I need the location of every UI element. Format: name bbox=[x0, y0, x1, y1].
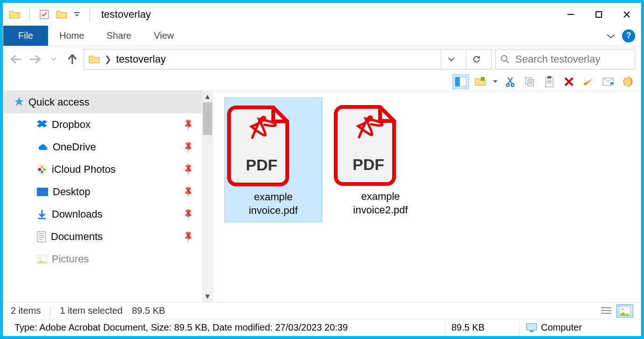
svg-point-8 bbox=[506, 84, 509, 86]
sidebar-label: Quick access bbox=[28, 96, 90, 108]
shell-button[interactable] bbox=[619, 74, 636, 89]
svg-rect-28 bbox=[37, 188, 48, 196]
title-bar: testoverlay bbox=[3, 3, 641, 26]
icloud-photos-icon bbox=[37, 164, 47, 175]
pictures-icon bbox=[37, 255, 47, 263]
address-dropdown-icon[interactable] bbox=[441, 49, 461, 69]
back-button[interactable] bbox=[9, 52, 24, 67]
svg-rect-40 bbox=[601, 313, 611, 314]
collapse-ribbon-icon[interactable] bbox=[602, 28, 619, 44]
desktop-icon bbox=[37, 188, 48, 196]
search-input[interactable] bbox=[515, 53, 630, 65]
organize-dropdown-icon[interactable] bbox=[492, 74, 499, 89]
svg-point-24 bbox=[41, 166, 43, 169]
location-label: Computer bbox=[541, 322, 582, 333]
tab-file[interactable]: File bbox=[3, 26, 48, 46]
close-button[interactable] bbox=[613, 3, 641, 26]
qat-dropdown-icon[interactable] bbox=[74, 11, 80, 18]
svg-rect-30 bbox=[39, 233, 44, 234]
search-box[interactable] bbox=[495, 49, 635, 70]
copy-button[interactable] bbox=[521, 74, 538, 89]
svg-point-25 bbox=[43, 168, 46, 171]
scroll-thumb[interactable] bbox=[203, 102, 212, 135]
separator bbox=[29, 8, 30, 21]
toolbar bbox=[3, 72, 641, 91]
sidebar-scrollbar[interactable]: ▲ ▼ bbox=[202, 91, 213, 302]
pin-icon: 📌 bbox=[181, 162, 195, 177]
navigation-bar: ❯ testoverlay bbox=[3, 46, 641, 72]
properties-icon[interactable] bbox=[39, 9, 49, 20]
preview-pane-button[interactable] bbox=[452, 74, 469, 89]
svg-rect-38 bbox=[601, 307, 611, 308]
chevron-right-icon[interactable]: ❯ bbox=[104, 54, 111, 64]
address-bar[interactable]: ❯ testoverlay bbox=[83, 49, 492, 70]
svg-text:PDF: PDF bbox=[246, 156, 277, 174]
pin-icon: 📌 bbox=[181, 229, 195, 244]
file-item[interactable]: PDF example invoice.pdf bbox=[224, 98, 322, 222]
rename-button[interactable] bbox=[580, 74, 597, 89]
file-item[interactable]: PDF example invoice2.pdf bbox=[332, 98, 429, 221]
svg-rect-44 bbox=[530, 331, 533, 332]
svg-rect-16 bbox=[547, 76, 551, 78]
forward-button[interactable] bbox=[28, 52, 42, 67]
sidebar-item-desktop[interactable]: Desktop 📌 bbox=[3, 181, 202, 203]
organize-button[interactable] bbox=[472, 74, 489, 89]
svg-rect-2 bbox=[568, 14, 574, 15]
minimize-button[interactable] bbox=[557, 3, 585, 26]
svg-rect-15 bbox=[546, 78, 553, 87]
details-bar: Type: Adobe Acrobat Document, Size: 89.5… bbox=[3, 319, 641, 336]
window-title: testoverlay bbox=[101, 8, 151, 21]
sidebar-item-dropbox[interactable]: Dropbox 📌 bbox=[3, 113, 202, 136]
up-button[interactable] bbox=[65, 52, 80, 67]
sidebar-item-icloud[interactable]: iCloud Photos 📌 bbox=[3, 158, 202, 181]
sidebar-label: Downloads bbox=[52, 208, 103, 220]
svg-rect-18 bbox=[547, 81, 552, 82]
location-cell: Computer bbox=[519, 319, 636, 336]
help-icon[interactable]: ? bbox=[622, 29, 635, 42]
pin-icon: 📌 bbox=[181, 117, 195, 132]
svg-point-4 bbox=[501, 56, 507, 61]
separator bbox=[90, 8, 90, 21]
svg-rect-1 bbox=[74, 12, 80, 13]
pin-icon: 📌 bbox=[181, 184, 195, 199]
file-size: 89.5 KB bbox=[445, 319, 519, 336]
sidebar-item-pictures[interactable]: Pictures bbox=[3, 248, 202, 270]
folder-icon bbox=[89, 55, 100, 64]
maximize-button[interactable] bbox=[585, 3, 613, 26]
scroll-down-icon[interactable]: ▼ bbox=[202, 291, 213, 302]
file-list[interactable]: PDF example invoice.pdf PDF example invo… bbox=[213, 91, 641, 302]
email-button[interactable] bbox=[600, 74, 616, 89]
scroll-up-icon[interactable]: ▲ bbox=[202, 91, 213, 102]
svg-point-26 bbox=[41, 170, 43, 173]
sidebar-item-onedrive[interactable]: OneDrive 📌 bbox=[3, 136, 202, 158]
svg-rect-32 bbox=[39, 237, 44, 238]
item-count: 2 items bbox=[11, 305, 41, 316]
sidebar-label: Pictures bbox=[52, 253, 89, 265]
downloads-icon bbox=[37, 209, 47, 219]
tab-view[interactable]: View bbox=[143, 26, 185, 46]
breadcrumb[interactable]: testoverlay bbox=[116, 53, 166, 65]
tab-home[interactable]: Home bbox=[48, 26, 95, 46]
sidebar-item-downloads[interactable]: Downloads 📌 bbox=[3, 203, 202, 226]
recent-dropdown-icon[interactable] bbox=[46, 52, 61, 67]
refresh-button[interactable] bbox=[466, 49, 486, 69]
tab-share[interactable]: Share bbox=[96, 26, 143, 46]
svg-point-35 bbox=[39, 257, 41, 259]
onedrive-icon bbox=[37, 143, 48, 151]
pin-icon: 📌 bbox=[181, 140, 195, 154]
svg-rect-3 bbox=[596, 12, 602, 17]
sidebar-label: Documents bbox=[51, 231, 103, 243]
thumbnails-view-button[interactable] bbox=[616, 304, 633, 318]
svg-point-9 bbox=[511, 84, 514, 86]
details-view-button[interactable] bbox=[598, 304, 615, 318]
sidebar-quick-access[interactable]: Quick access bbox=[3, 91, 202, 113]
paste-button[interactable] bbox=[541, 74, 558, 89]
delete-button[interactable] bbox=[561, 74, 577, 89]
cut-button[interactable] bbox=[502, 74, 519, 89]
svg-rect-13 bbox=[529, 82, 533, 83]
pdf-icon: PDF bbox=[227, 103, 320, 187]
folder-small-icon[interactable] bbox=[56, 10, 67, 19]
svg-point-27 bbox=[38, 168, 41, 171]
sidebar-item-documents[interactable]: Documents 📌 bbox=[3, 226, 202, 248]
sidebar-label: iCloud Photos bbox=[52, 163, 116, 176]
